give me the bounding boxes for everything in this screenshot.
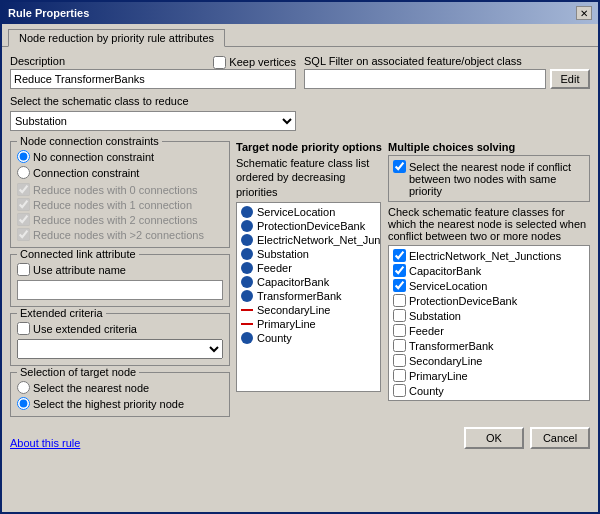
check-item: ServiceLocation [391, 278, 587, 293]
blue-dot-icon [241, 290, 253, 302]
list-item[interactable]: ServiceLocation [239, 205, 378, 219]
cancel-button[interactable]: Cancel [530, 427, 590, 449]
description-group: Description Keep vertices Reduce Transfo… [10, 55, 296, 89]
selection-target-group: Selection of target node Select the near… [10, 372, 230, 417]
close-button[interactable]: ✕ [576, 6, 592, 20]
use-attr-name-label: Use attribute name [17, 263, 223, 276]
blue-dot-icon [241, 332, 253, 344]
list-item[interactable]: PrimaryLine [239, 317, 378, 331]
sql-filter-input[interactable] [304, 69, 546, 89]
select-nearest-group: Select the nearest node if conflict betw… [388, 155, 590, 202]
check-item-checkbox-7[interactable] [393, 354, 406, 367]
target-node-panel: Target node priority options Schematic f… [236, 141, 384, 423]
nearest-radio-label: Select the nearest node [17, 381, 223, 394]
blue-dot-icon [241, 220, 253, 232]
select-nearest-label: Select the nearest node if conflict [393, 160, 585, 173]
rule-properties-window: Rule Properties ✕ Node reduction by prio… [0, 0, 600, 514]
extended-criteria-select[interactable] [17, 339, 223, 359]
extended-criteria-group: Extended criteria Use extended criteria [10, 313, 230, 366]
red-line-icon [241, 318, 253, 330]
main-grid: Node connection constraints No connectio… [10, 141, 590, 423]
no-constraint-radio[interactable] [17, 150, 30, 163]
check-item: ElectricNetwork_Net_Junctions [391, 248, 587, 263]
constraint-radio[interactable] [17, 166, 30, 179]
list-item[interactable]: CapacitorBank [239, 275, 378, 289]
check-feature-list: ElectricNetwork_Net_Junctions CapacitorB… [388, 245, 590, 401]
list-item[interactable]: Feeder [239, 261, 378, 275]
check-item: Feeder [391, 323, 587, 338]
connection-checkbox-list: Reduce nodes with 0 connections Reduce n… [17, 183, 223, 241]
check-item: Substation [391, 308, 587, 323]
description-input[interactable]: Reduce TransformerBanks [10, 69, 296, 89]
check-item-checkbox-2[interactable] [393, 279, 406, 292]
keep-vertices-checkbox[interactable] [213, 56, 226, 69]
conn2-checkbox [17, 213, 30, 226]
left-panel: Node connection constraints No connectio… [10, 141, 230, 423]
tab-node-reduction[interactable]: Node reduction by priority rule attribut… [8, 29, 225, 47]
node-connection-group: Node connection constraints No connectio… [10, 141, 230, 248]
check-item: CapacitorBank [391, 263, 587, 278]
list-item[interactable]: County [239, 331, 378, 345]
conn3-label: Reduce nodes with >2 connections [17, 228, 223, 241]
blue-dot-icon [241, 234, 253, 246]
conn0-label: Reduce nodes with 0 connections [17, 183, 223, 196]
list-item[interactable]: ElectricNetwork_Net_Junctions [239, 233, 378, 247]
list-item[interactable]: SecondaryLine [239, 303, 378, 317]
ok-button[interactable]: OK [464, 427, 524, 449]
check-item-checkbox-8[interactable] [393, 369, 406, 382]
between-label: between two nodes with same priority [409, 173, 585, 197]
sql-filter-row: Edit [304, 69, 590, 89]
constraint-radio-label: Connection constraint [17, 166, 223, 179]
red-line-icon [241, 304, 253, 316]
check-item: TransformerBank [391, 338, 587, 353]
check-item-checkbox-0[interactable] [393, 249, 406, 262]
conn2-label: Reduce nodes with 2 connections [17, 213, 223, 226]
blue-dot-icon [241, 206, 253, 218]
right-panel: Target node priority options Schematic f… [236, 141, 590, 423]
bottom-row: About this rule OK Cancel [10, 427, 590, 449]
use-extended-checkbox[interactable] [17, 322, 30, 335]
description-label: Description [10, 55, 65, 67]
schematic-class-label: Select the schematic class to reduce [10, 95, 296, 107]
check-item-checkbox-3[interactable] [393, 294, 406, 307]
check-item: County [391, 383, 587, 398]
check-desc: Check schematic feature classes for whic… [388, 206, 590, 242]
highest-radio[interactable] [17, 397, 30, 410]
check-item: SecondaryLine [391, 353, 587, 368]
check-item-checkbox-5[interactable] [393, 324, 406, 337]
connected-link-input[interactable] [17, 280, 223, 300]
check-item-checkbox-6[interactable] [393, 339, 406, 352]
use-attr-name-checkbox[interactable] [17, 263, 30, 276]
sql-filter-label: SQL Filter on associated feature/object … [304, 55, 590, 67]
list-item[interactable]: ProtectionDeviceBank [239, 219, 378, 233]
no-constraint-radio-label: No connection constraint [17, 150, 223, 163]
blue-dot-icon [241, 262, 253, 274]
keep-vertices-label: Keep vertices [213, 56, 296, 69]
conn3-checkbox [17, 228, 30, 241]
blue-dot-icon [241, 248, 253, 260]
target-radio-group: Select the nearest node Select the highe… [17, 381, 223, 410]
check-item: ProtectionDeviceBank [391, 293, 587, 308]
conn1-label: Reduce nodes with 1 connection [17, 198, 223, 211]
conn0-checkbox [17, 183, 30, 196]
check-item-checkbox-4[interactable] [393, 309, 406, 322]
check-item: PrimaryLine [391, 368, 587, 383]
blue-dot-icon [241, 276, 253, 288]
button-row: OK Cancel [464, 427, 590, 449]
list-item[interactable]: TransformerBank [239, 289, 378, 303]
radio-group: No connection constraint Connection cons… [17, 150, 223, 179]
connected-link-title: Connected link attribute [17, 248, 139, 260]
highest-radio-label: Select the highest priority node [17, 397, 223, 410]
edit-button[interactable]: Edit [550, 69, 590, 89]
check-item-checkbox-9[interactable] [393, 384, 406, 397]
check-item-checkbox-1[interactable] [393, 264, 406, 277]
main-content: Description Keep vertices Reduce Transfo… [2, 47, 598, 512]
feature-list[interactable]: ServiceLocation ProtectionDeviceBank Ele… [236, 202, 381, 392]
nearest-radio[interactable] [17, 381, 30, 394]
extended-criteria-title: Extended criteria [17, 307, 106, 319]
schematic-class-select[interactable]: Substation [10, 111, 296, 131]
select-nearest-checkbox[interactable] [393, 160, 406, 173]
target-node-title: Target node priority options [236, 141, 384, 153]
about-link[interactable]: About this rule [10, 437, 80, 449]
list-item[interactable]: Substation [239, 247, 378, 261]
